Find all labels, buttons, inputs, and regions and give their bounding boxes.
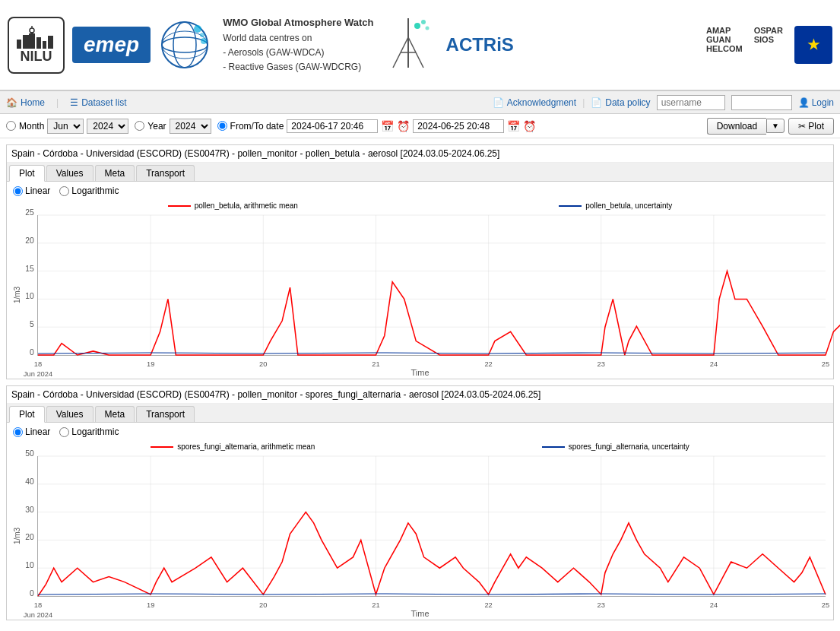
chart1-tabs: Plot Values Meta Transport [7,163,833,182]
chart1-log-label[interactable]: Logarithmic [59,185,119,196]
svg-point-14 [200,33,204,37]
year2-select[interactable]: 2024 [170,119,211,134]
year-radio[interactable] [135,121,144,131]
header: NILU emep WMO Global Atmosphere Watch Wo… [0,0,840,91]
chart2-tab-transport[interactable]: Transport [136,406,195,422]
download-group: Download ▼ ✂ Plot [707,118,834,135]
month-label: Month [19,121,44,132]
nilu-logo: NILU [8,17,65,74]
svg-text:50: 50 [25,449,34,458]
chart1-title: Spain - Córdoba - Universidad (ESCORD) (… [7,145,833,163]
home-link[interactable]: 🏠 Home [6,97,45,108]
chart2-legend-mean: spores_fungi_alternaria, arithmetic mean [151,442,315,451]
svg-text:5: 5 [30,320,34,328]
chart1-svg: 0 5 10 15 20 25 18 19 20 21 22 23 24 25 … [38,215,826,355]
fromto-label: From/To date [230,121,284,132]
month-select[interactable]: Jun [47,119,84,134]
svg-rect-3 [29,33,35,49]
chart1-legend-uncertainty: pollen_betula, uncertainty [559,201,672,210]
chart1-x-label: Time [410,368,429,377]
svg-text:30: 30 [25,506,34,514]
svg-text:25: 25 [822,360,829,368]
nav-sep2: | [582,97,585,108]
svg-text:20: 20 [259,601,267,609]
svg-point-15 [201,38,207,44]
chart2-tabs: Plot Values Meta Transport [7,404,833,423]
chart2-tab-meta[interactable]: Meta [95,406,135,422]
login-button[interactable]: 👤 Login [798,97,834,108]
nilu-city-icon [15,26,57,49]
chart2-legend: spores_fungi_alternaria, arithmetic mean… [7,441,833,452]
chart1-area: 1/m3 [7,211,833,379]
chart1-legend-mean: pollen_betula, arithmetic mean [168,201,298,210]
tower-icon [385,14,431,75]
calendar-icon-2[interactable]: 📅 [507,120,520,132]
chart1-tab-transport[interactable]: Transport [136,165,195,181]
chart1-section: Spain - Córdoba - Universidad (ESCORD) (… [6,144,834,379]
partner-logos: AMAP GUAN HELCOM OSPAR SIOS ★ [706,26,832,64]
plot-button[interactable]: ✂ Plot [788,118,834,135]
chart2-legend-uncertainty: spores_fungi_alternaria, uncertainty [542,442,689,451]
acknowledgment-link[interactable]: 📄 Acknowledgment [493,97,576,108]
chart1-scale-options: Linear Logarithmic [7,182,833,200]
fromto-radio-group: From/To date 📅 ⏰ 📅 ⏰ [217,119,537,133]
user-icon: 👤 [798,97,810,108]
chart1-tab-plot[interactable]: Plot [9,165,45,182]
nilu-label: NILU [21,49,52,65]
calendar-icon-1[interactable]: 📅 [381,120,394,132]
chart1-y-label: 1/m3 [13,287,21,303]
clock-icon-2[interactable]: ⏰ [523,120,536,132]
svg-text:0: 0 [30,589,34,598]
controls-bar: Month Jun 2024 Year 2024 From/To date 📅 … [0,114,840,138]
data-policy-link[interactable]: 📄 Data policy [591,97,650,108]
doc-icon: 📄 [493,97,504,108]
svg-text:25: 25 [25,208,34,217]
chart2-linear-label[interactable]: Linear [13,426,50,437]
chart2-log-label[interactable]: Logarithmic [59,426,119,437]
chart2-area: 1/m3 0 [7,452,833,620]
nav-sep1: | [56,97,59,108]
globe-icon [158,18,211,71]
svg-text:23: 23 [598,601,605,609]
svg-text:10: 10 [25,561,34,569]
year1-select[interactable]: 2024 [87,119,128,134]
chart2-title: Spain - Córdoba - Universidad (ESCORD) (… [7,386,833,404]
year-label: Year [147,121,166,132]
to-date-input[interactable] [413,119,504,133]
chart1-tab-values[interactable]: Values [46,165,94,181]
svg-text:0: 0 [30,348,34,357]
chart1-tab-meta[interactable]: Meta [95,165,135,181]
list-icon: ☰ [70,97,78,108]
chart1-linear-radio[interactable] [13,186,23,196]
chart1-log-radio[interactable] [59,186,69,196]
chart2-linear-radio[interactable] [13,427,23,437]
svg-text:20: 20 [25,236,34,245]
chart2-tab-plot[interactable]: Plot [9,406,45,423]
wmo-description: WMO Global Atmosphere Watch World data c… [223,15,373,75]
svg-text:19: 19 [147,360,154,368]
fromto-radio[interactable] [217,121,227,131]
svg-text:20: 20 [259,360,267,368]
nav-bar: 🏠 Home | ☰ Dataset list 📄 Acknowledgment… [0,91,840,114]
clock-icon-1[interactable]: ⏰ [397,120,410,132]
year-radio-group: Year 2024 [135,119,211,134]
chart2-section: Spain - Córdoba - Universidad (ESCORD) (… [6,385,834,620]
dataset-list-link[interactable]: ☰ Dataset list [70,97,126,108]
password-input[interactable] [731,95,792,110]
actris-logo: ACTRiS [446,34,514,55]
chart2-tab-values[interactable]: Values [46,406,94,422]
chart2-log-radio[interactable] [59,427,69,437]
svg-text:23: 23 [598,360,605,368]
username-input[interactable] [657,95,725,110]
from-date-input[interactable] [287,119,378,133]
download-dropdown-button[interactable]: ▼ [766,119,785,133]
svg-rect-0 [17,40,21,49]
chart1-linear-label[interactable]: Linear [13,185,50,196]
header-logos: NILU emep WMO Global Atmosphere Watch Wo… [8,14,514,75]
partner-ospar: OSPAR SIOS [754,26,783,64]
month-radio[interactable] [6,121,16,131]
svg-rect-5 [43,41,46,49]
svg-point-21 [421,20,426,24]
download-button[interactable]: Download [707,118,766,135]
svg-text:19: 19 [147,601,154,609]
